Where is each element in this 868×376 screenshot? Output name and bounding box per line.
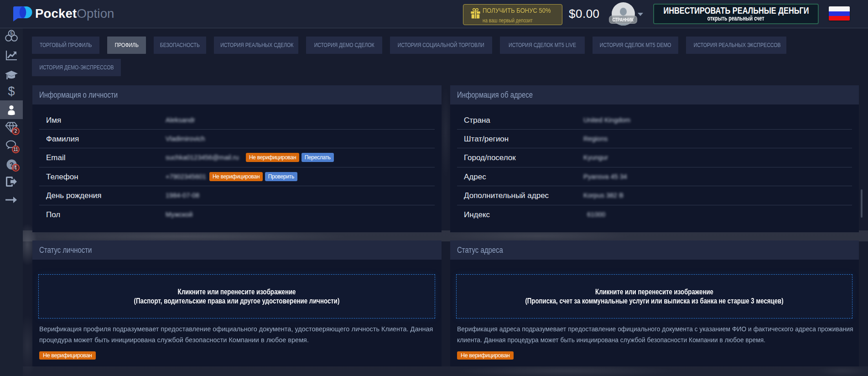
svg-text:5: 5	[10, 31, 13, 36]
